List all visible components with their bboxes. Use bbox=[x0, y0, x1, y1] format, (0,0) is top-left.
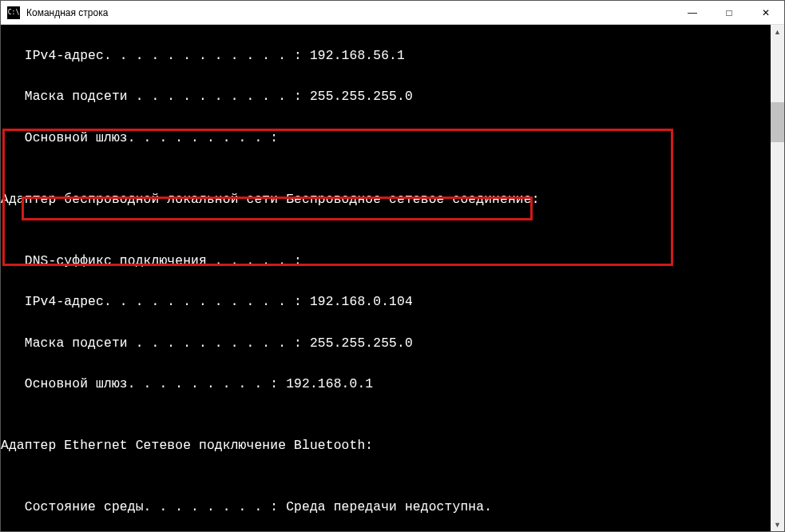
output-line: DNS-суффикс подключения . . . . . : bbox=[1, 251, 784, 272]
output-line: IPv4-адрес. . . . . . . . . . . . : 192.… bbox=[1, 46, 784, 66]
scroll-track[interactable] bbox=[771, 38, 784, 518]
minimize-button[interactable]: — bbox=[674, 1, 711, 24]
output-line: Маска подсети . . . . . . . . . . : 255.… bbox=[1, 333, 784, 354]
scroll-down-button[interactable]: ▼ bbox=[771, 518, 784, 531]
output-line: Состояние среды. . . . . . . . : Среда п… bbox=[1, 497, 784, 518]
scroll-thumb[interactable] bbox=[771, 102, 784, 142]
output-line: Маска подсети . . . . . . . . . . : 255.… bbox=[1, 86, 784, 107]
titlebar[interactable]: C:\ Командная строка — □ ✕ bbox=[1, 1, 784, 25]
output-line: Основной шлюз. . . . . . . . . : 192.168… bbox=[1, 374, 784, 395]
vertical-scrollbar[interactable]: ▲ ▼ bbox=[771, 25, 784, 531]
output-line: Основной шлюз. . . . . . . . . : bbox=[1, 128, 784, 149]
console-output[interactable]: IPv4-адрес. . . . . . . . . . . . : 192.… bbox=[1, 25, 784, 531]
output-line: Адаптер беспроводной локальной сети Бесп… bbox=[1, 189, 784, 210]
close-button[interactable]: ✕ bbox=[747, 1, 784, 24]
window: C:\ Командная строка — □ ✕ IPv4-адрес. .… bbox=[0, 0, 785, 532]
output-line: Адаптер Ethernet Сетевое подключение Blu… bbox=[1, 435, 784, 456]
window-controls: — □ ✕ bbox=[674, 1, 784, 24]
output-line: IPv4-адрес. . . . . . . . . . . . : 192.… bbox=[1, 292, 784, 312]
maximize-button[interactable]: □ bbox=[711, 1, 747, 24]
client-area: IPv4-адрес. . . . . . . . . . . . : 192.… bbox=[1, 25, 784, 531]
window-title: Командная строка bbox=[26, 7, 108, 18]
app-icon: C:\ bbox=[7, 6, 20, 19]
scroll-up-button[interactable]: ▲ bbox=[771, 25, 784, 38]
